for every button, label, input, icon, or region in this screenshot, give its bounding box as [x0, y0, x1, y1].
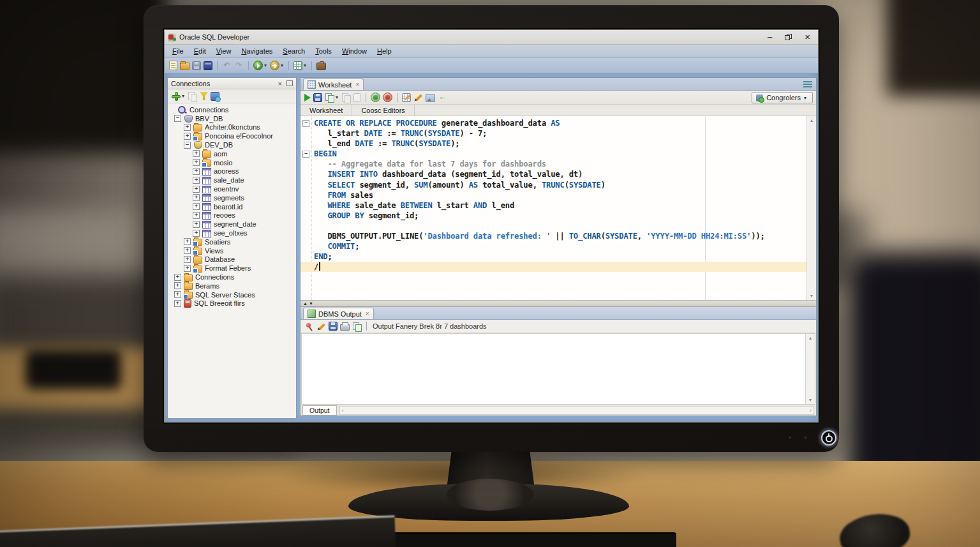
sql-history-icon[interactable]: [426, 94, 435, 102]
expand-icon[interactable]: +: [193, 168, 200, 175]
run-statement-icon[interactable]: [304, 94, 311, 101]
subtab-code-editors[interactable]: Coosc Editors: [352, 105, 414, 116]
tree-item-soatiers[interactable]: +Soatiers: [168, 237, 296, 246]
sql-editor[interactable]: −CREATE OR REPLACE PROCEDURE generate_da…: [301, 116, 816, 300]
refresh-connection-icon[interactable]: [211, 92, 219, 101]
code-line-12[interactable]: DBMS_OUTPUT.PUT_LINE('Dashboard data ref…: [301, 231, 807, 241]
fold-icon[interactable]: −: [302, 120, 309, 127]
code-line-4[interactable]: −BEGIN: [301, 149, 807, 159]
undo-icon[interactable]: ↶: [222, 61, 232, 70]
tree-item-segmeets[interactable]: +segmeets: [168, 193, 296, 202]
back-icon-caret[interactable]: ▾: [264, 63, 267, 68]
scroll-down-icon[interactable]: ▾: [810, 293, 813, 299]
tree-item-database[interactable]: +Database: [168, 255, 296, 264]
expand-icon[interactable]: +: [193, 194, 200, 201]
run-script-icon[interactable]: [325, 93, 334, 102]
code-line-1[interactable]: −CREATE OR REPLACE PROCEDURE generate_da…: [301, 118, 807, 128]
expand-icon[interactable]: +: [184, 124, 191, 131]
open-file-icon[interactable]: [180, 63, 189, 70]
database-doc-icon[interactable]: [204, 61, 212, 70]
add-connection-icon[interactable]: [171, 91, 181, 101]
menu-navigates[interactable]: Navigates: [236, 46, 278, 56]
code-line-7[interactable]: SELECT segment_id, SUM(amount) AS total_…: [301, 180, 807, 190]
clone-connection-icon[interactable]: [188, 91, 197, 101]
connection-selector-caret-icon[interactable]: ▾: [804, 95, 806, 101]
save-worksheet-icon[interactable]: [313, 93, 322, 102]
unshared-worksheet-icon[interactable]: [402, 93, 411, 102]
menu-help[interactable]: Help: [372, 46, 397, 56]
tree-item-achiter-0konctuns[interactable]: +Achiter.0konctuns: [168, 123, 296, 132]
menu-window[interactable]: Window: [337, 46, 372, 56]
tree-item-connections[interactable]: Connections: [168, 105, 296, 114]
tree-item-segnent-date[interactable]: +segnent_date: [168, 220, 296, 229]
code-line-9[interactable]: WHERE sale_date BETWEEN l_start AND l_en…: [301, 200, 807, 211]
menu-search[interactable]: Search: [278, 46, 310, 56]
tree-item-dev-db[interactable]: −DEV_DB: [168, 140, 296, 149]
expand-icon[interactable]: +: [193, 186, 200, 193]
expand-icon[interactable]: +: [193, 230, 200, 237]
code-line-13[interactable]: COMMIT;: [301, 241, 807, 251]
forward-icon-caret[interactable]: ▾: [281, 63, 283, 68]
redo-icon[interactable]: ↷: [234, 61, 244, 70]
expand-icon[interactable]: +: [193, 212, 200, 219]
open-object-icon-caret[interactable]: ▾: [304, 63, 306, 68]
clear-worksheet-icon[interactable]: [413, 93, 423, 102]
tree-item-format-febers[interactable]: +Format Febers: [168, 264, 296, 273]
forward-icon[interactable]: [270, 61, 279, 70]
tree-item-bearotl-id[interactable]: +bearotl.id: [168, 202, 296, 211]
run-script-icon-caret[interactable]: ▾: [336, 94, 338, 100]
tree-item-see-oltxes[interactable]: +see_oltxes: [168, 229, 296, 237]
tree-item-sale-date[interactable]: +sale_date: [168, 176, 296, 184]
back-icon[interactable]: [253, 61, 263, 70]
collapse-icon[interactable]: −: [174, 115, 181, 122]
tree-item-berams[interactable]: +Berams: [168, 281, 296, 290]
dbms-output-tab-close-icon[interactable]: ×: [366, 310, 369, 317]
expand-icon[interactable]: +: [174, 291, 181, 298]
output-content[interactable]: ▴ ▾: [301, 333, 815, 405]
code-line-6[interactable]: INSERT INTO dashboard_data (segment_id, …: [301, 169, 807, 179]
commit-icon[interactable]: [371, 93, 380, 102]
to-worksheet-icon[interactable]: ←: [438, 93, 447, 102]
expand-icon[interactable]: +: [184, 238, 191, 245]
expand-icon[interactable]: +: [184, 133, 191, 140]
expand-icon[interactable]: +: [193, 177, 200, 184]
menu-edit[interactable]: Edit: [189, 46, 211, 56]
tree-item-poncoina-e-foocolnor[interactable]: +Poncoina e!Foocolnor: [168, 131, 296, 140]
new-file-icon[interactable]: [169, 61, 177, 70]
tab-dbms-output[interactable]: DBMS Output ×: [303, 308, 374, 319]
code-area[interactable]: −CREATE OR REPLACE PROCEDURE generate_da…: [301, 116, 807, 300]
power-button[interactable]: [821, 430, 836, 446]
code-line-14[interactable]: END;: [301, 251, 807, 262]
close-button[interactable]: ×: [805, 33, 810, 41]
explain-plan-icon[interactable]: [353, 93, 361, 102]
worksheet-tab-close-icon[interactable]: ×: [355, 81, 359, 88]
editor-scrollbar[interactable]: ▴ ▾: [806, 116, 816, 300]
minimize-button[interactable]: –: [768, 34, 772, 40]
print-icon[interactable]: [316, 63, 326, 70]
tree-item-views[interactable]: +Views: [168, 246, 296, 255]
menu-tools[interactable]: Tools: [310, 46, 337, 56]
scroll-up-icon[interactable]: ▴: [809, 335, 812, 341]
save-icon[interactable]: [192, 61, 201, 70]
tree-item-aom[interactable]: +aom: [168, 149, 296, 158]
add-connection-icon-caret[interactable]: ▾: [182, 93, 184, 99]
expand-icon[interactable]: +: [193, 159, 200, 166]
output-bottom-tab[interactable]: Output: [302, 405, 337, 416]
scroll-down-icon[interactable]: ▾: [809, 397, 812, 403]
copy-output-icon[interactable]: [352, 322, 362, 331]
menu-file[interactable]: File: [167, 46, 189, 56]
tree-item-sql-server-staces[interactable]: +SQL Server Staces: [168, 290, 296, 299]
tree-item-eoentnv[interactable]: +eoentnv: [168, 184, 296, 193]
fold-icon[interactable]: −: [302, 151, 309, 158]
expand-icon[interactable]: +: [174, 300, 181, 307]
pin-icon[interactable]: [304, 322, 314, 331]
save-output-icon[interactable]: [329, 322, 338, 331]
connection-selector[interactable]: Congrolers ▾: [752, 92, 813, 103]
open-object-icon[interactable]: [293, 61, 302, 70]
scroll-right-icon[interactable]: ›: [810, 407, 812, 414]
code-line-11[interactable]: [301, 221, 807, 231]
filter-icon[interactable]: [200, 92, 208, 100]
expand-icon[interactable]: +: [174, 282, 181, 289]
expand-icon[interactable]: +: [184, 265, 191, 272]
expand-icon[interactable]: +: [193, 221, 200, 228]
